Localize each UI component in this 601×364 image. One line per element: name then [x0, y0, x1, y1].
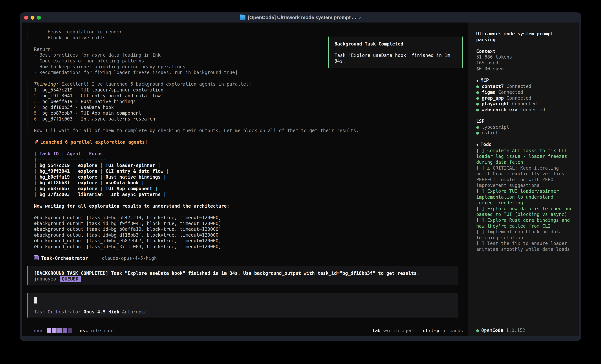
text-segment: [34, 122, 37, 127]
text-segment: ·: [88, 256, 102, 261]
todo-text: Implement non-blocking data fetching sol…: [476, 229, 564, 240]
hint-label: interrupt: [90, 328, 115, 333]
toast-notification[interactable]: Background Task Completed Task "Explore …: [328, 37, 463, 68]
tool-call-list: ⚙background_output [task_id=bg_5547c219,…: [22, 215, 463, 250]
mcp-server-status: Connected: [518, 107, 545, 112]
table-pipe: |: [34, 186, 40, 191]
table-row: | bg_eb87ebb7 | explore | TUI App compon…: [34, 186, 463, 192]
terminal-window: [OpenCode] Ultrawork mode system prompt …: [20, 12, 581, 341]
agent-model: claude-opus-4-5-high: [102, 256, 157, 261]
tool-args: [task_id=bg_5547c219, block=true, timeou…: [86, 215, 221, 220]
agent-icon: [34, 255, 39, 260]
todo-list: [ ] Complete ALL tasks to fix CLI loader…: [476, 148, 575, 252]
sidebar: Ultrawork mode system prompt parsing Con…: [468, 22, 579, 336]
table-row: | bg_b0effa19 | explore | Rust native bi…: [34, 174, 463, 180]
busy-spinner: [34, 328, 72, 333]
collapse-triangle-icon[interactable]: ▼: [476, 78, 479, 83]
desktop: { "icons": { "collapse": "▼", "dot": "●"…: [0, 0, 601, 364]
table-cell: Rust native bindings: [106, 174, 160, 180]
gear-icon: ⚙: [34, 244, 37, 249]
collapse-triangle-icon[interactable]: ▼: [476, 142, 479, 147]
active-model: [81, 309, 84, 315]
background-task-text: [BACKGROUND TASK COMPLETED] Task "Explor…: [34, 270, 453, 276]
table-header-cell: Focus: [89, 151, 103, 156]
lsp-server-list: ● typescript● eslint: [476, 124, 575, 136]
table-pipe: |: [70, 192, 78, 197]
lsp-server-item: ● eslint: [476, 130, 575, 136]
tool-args: [task_id=bg_37f1c003, block=true, timeou…: [86, 244, 221, 249]
hint-label: commands: [441, 328, 463, 333]
context-stat: 16% used: [476, 60, 575, 66]
status-bar: escinterrupt tabswitch agentctrl+pcomman…: [22, 326, 468, 336]
hints-left: escinterrupt: [80, 328, 115, 333]
todo-text: Explore how data is fetched and passed t…: [476, 206, 575, 217]
lsp-server-item: ● typescript: [476, 124, 575, 130]
green-dot-icon: ●: [476, 84, 482, 89]
list-number: 6.: [34, 116, 42, 122]
gear-icon: ⚙: [34, 221, 37, 226]
tool-name: background_output: [37, 238, 86, 243]
key-hint: escinterrupt: [80, 328, 115, 333]
table-row: | bg_37f1c003 | librarian | Ink async pa…: [34, 192, 463, 198]
todo-heading[interactable]: ▼Todo: [476, 142, 575, 148]
app-version: 1.0.152: [506, 328, 525, 333]
table-row: | bg_df18bb3f | explore | useData hook |: [34, 180, 463, 186]
todo-text: Test the fix to ensure loader animates s…: [476, 241, 570, 252]
gear-icon: ⚙: [34, 232, 37, 238]
list-number: 5.: [34, 110, 42, 116]
mcp-heading[interactable]: ▼MCP: [476, 77, 575, 84]
hint-label: switch agent: [382, 328, 415, 333]
text-segment: bg_5547c219 - TUI loader/spinner explora…: [42, 87, 163, 93]
mcp-server-item: ● playwright Connected: [476, 101, 575, 107]
table-cell: bg_df18bb3f: [40, 180, 70, 185]
table-separator-row: |---------|-------|-------|: [34, 157, 463, 163]
text-cursor: [34, 297, 37, 304]
table-pipe: |: [97, 186, 106, 191]
mcp-server-status: Connected: [495, 89, 523, 95]
tool-args: [task_id=bg_f9ff3041, block=true, timeou…: [86, 221, 221, 226]
tool-args: [task_id=bg_eb87ebb7, block=true, timeou…: [86, 238, 221, 243]
rocket-icon: [33, 138, 40, 145]
mcp-server-item: ● figma Connected: [476, 89, 575, 95]
list-number: 4.: [34, 105, 42, 110]
table-pipe: |: [34, 180, 40, 185]
tool-name: background_output: [37, 232, 86, 238]
table-cell: explore: [78, 168, 97, 174]
mcp-server-name: context7: [482, 84, 504, 89]
folder-icon: [240, 15, 245, 19]
tool-name: background_output: [37, 215, 86, 220]
tool-call-line: ⚙background_output [task_id=bg_b0effa19,…: [34, 226, 463, 232]
thinking-item: 1. bg_5547c219 - TUI loader/spinner expl…: [34, 87, 463, 93]
table-pipe: |: [34, 168, 40, 174]
table-header-cell: Task ID: [40, 151, 59, 156]
todo-checkbox: [ ]: [476, 241, 487, 246]
notification-body: Task "Explore useData hook" finished in …: [334, 53, 459, 64]
window-content: - Heavy computation in render - Blocking…: [22, 22, 579, 336]
table-pipe: |: [97, 174, 106, 180]
text-segment: - Recommendations for fixing loader free…: [34, 70, 238, 75]
tool-name: background_output: [37, 227, 86, 232]
agent-footer: Task-Orchestrator · claude-opus-4-5-high: [34, 255, 463, 261]
thinking-item: 5. bg_eb87ebb7 - TUI App main component: [34, 110, 463, 116]
brand-name-bold: Code: [492, 328, 503, 333]
notification-title: Background Task Completed: [334, 41, 459, 47]
table-pipe: |: [70, 168, 78, 174]
waiting-text: Now waiting for all exploration results …: [34, 203, 463, 209]
tool-call-line: ⚙background_output [task_id=bg_5547c219,…: [34, 215, 463, 221]
gear-icon: ⚙: [34, 215, 37, 220]
text-segment: bg_37f1c003 - Ink async patterns researc…: [42, 116, 155, 122]
prompt-input[interactable]: Task-Orchestrator Opus 4.5 High Anthropi…: [27, 293, 458, 317]
green-dot-icon: ●: [476, 130, 482, 135]
table-cell: explore: [78, 163, 97, 168]
table-cell: TUI App component: [106, 186, 152, 191]
table-pipe: |: [70, 180, 78, 185]
todo-item: [ ] Complete ALL tasks to fix CLI loader…: [476, 148, 575, 165]
todo-item: [ ] Explore TUI loader/spinner implement…: [476, 188, 575, 206]
table-pipe: |: [152, 186, 158, 191]
table-pipe: |: [34, 192, 40, 197]
thinking-item: 6. bg_37f1c003 - Ink async patterns rese…: [34, 116, 463, 122]
tool-call-line: ⚙background_output [task_id=bg_df18bb3f,…: [34, 232, 463, 238]
table-separator: |---------|-------|-------|: [34, 157, 108, 162]
background-task-message: [BACKGROUND TASK COMPLETED] Task "Explor…: [27, 266, 458, 285]
mcp-server-list: ● context7 Connected● figma Connected● g…: [476, 84, 575, 113]
